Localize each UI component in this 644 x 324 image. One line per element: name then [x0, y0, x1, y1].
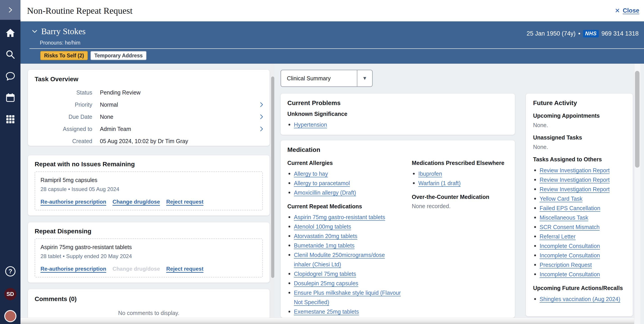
task-rows: Status Pending Review Priority Normal Du…	[35, 86, 263, 147]
allergy-link[interactable]: Allergy to hay	[294, 169, 328, 178]
repeat-no-issues-card: Repeat with no Issues Remaining Ramipril…	[28, 155, 270, 216]
future-activity-title: Future Activity	[533, 100, 626, 107]
help-button[interactable]: ?	[4, 266, 17, 278]
medication-link[interactable]: Exemestane 25mg tablets	[294, 307, 359, 316]
sidebar: ? SD	[0, 0, 20, 324]
medication-card: Medication Current Allergies Allergy to …	[280, 140, 515, 318]
chat-bubble-icon	[5, 71, 16, 82]
row-value: Pending Review	[100, 89, 141, 96]
list-item: Bumetanide 1mg tablets	[287, 241, 401, 250]
patient-dob: 25 Jan 1950 (74y)	[526, 30, 576, 37]
task-row-due-date[interactable]: Due Date None	[35, 111, 263, 123]
separator-dot: •	[578, 30, 580, 37]
list-item: SCR Consent Mismatch	[533, 222, 626, 232]
medication-title: Medication	[287, 146, 508, 154]
medication-link[interactable]: Aspirin 75mg gastro-resistant tablets	[294, 212, 385, 222]
allergies-list: Allergy to hayAllergy to paracetamolAmox…	[287, 169, 401, 197]
close-button[interactable]: ✕ Close	[615, 0, 639, 22]
allergy-link[interactable]: Amoxicillin allergy (Draft)	[294, 188, 356, 197]
task-link[interactable]: Review Investigation Report	[540, 166, 610, 175]
patient-name: Barry Stokes	[41, 26, 86, 36]
task-row-priority[interactable]: Priority Normal	[35, 98, 263, 111]
prescription-actions: Re-authorise prescription Change drug/do…	[40, 199, 257, 205]
task-link[interactable]: Incomplete Consultation	[540, 251, 600, 260]
search-icon	[5, 49, 16, 60]
task-overview-title: Task Overview	[35, 76, 263, 83]
risks-to-self-badge[interactable]: Risks To Self (2)	[40, 51, 88, 60]
summary-select-value: Clinical Summary	[281, 70, 357, 86]
patient-badges: Risks To Self (2) Temporary Address	[40, 51, 146, 60]
reauthorise-prescription-link[interactable]: Re-authorise prescription	[40, 266, 106, 272]
task-link[interactable]: Yellow Card Task	[540, 194, 582, 204]
task-link[interactable]: Failed EPS Cancellation	[540, 204, 600, 213]
list-item: Ibuprofen	[412, 169, 508, 178]
medication-link[interactable]: Ensure Plus milkshake style liquid (Flav…	[294, 288, 401, 307]
patient-banner-toggle[interactable]: Barry Stokes	[32, 26, 86, 36]
otc-empty-text: None recorded.	[412, 203, 508, 210]
allergy-link[interactable]: Allergy to paracetamol	[294, 178, 350, 188]
task-row-assigned-to[interactable]: Assigned to Admin Team	[35, 123, 263, 135]
medication-link[interactable]: Warfarin (1 draft)	[418, 178, 460, 188]
recall-link[interactable]: Shingles vaccination (Aug 2024)	[540, 294, 620, 304]
drug-name: Aspirin 75mg gastro-resistant tablets	[40, 244, 257, 250]
reject-request-link[interactable]: Reject request	[166, 266, 204, 272]
list-item: Atorvastatin 20mg tablets	[287, 231, 401, 241]
medication-link[interactable]: Atenolol 100mg tablets	[294, 222, 351, 231]
medication-link[interactable]: Clenil Modulite 250micrograms/dose inhal…	[294, 250, 401, 269]
row-label: Priority	[35, 102, 100, 108]
task-link[interactable]: Prescription Request	[540, 260, 592, 270]
medications-elsewhere-heading: Medications Prescribed Elsewhere	[412, 160, 508, 166]
tasks-assigned-list: Review Investigation ReportReview Invest…	[533, 166, 626, 279]
task-link[interactable]: Referral Letter	[540, 232, 576, 241]
list-item: Clenil Modulite 250micrograms/dose inhal…	[287, 250, 401, 269]
list-item: Review Investigation Report	[533, 166, 626, 175]
reject-request-link[interactable]: Reject request	[166, 199, 204, 205]
close-label: Close	[622, 7, 639, 14]
medication-left-column: Current Allergies Allergy to hayAllergy …	[287, 154, 401, 316]
list-item: Aspirin 75mg gastro-resistant tablets	[287, 212, 401, 222]
task-link[interactable]: Miscellaneous Task	[540, 213, 588, 222]
bottom-scroll-strip	[20, 318, 634, 324]
task-link[interactable]: Review Investigation Report	[540, 175, 610, 184]
task-link[interactable]: Review Investigation Report	[540, 184, 610, 194]
temporary-address-badge[interactable]: Temporary Address	[90, 51, 146, 60]
task-link[interactable]: SCR Consent Mismatch	[540, 222, 600, 232]
left-panel-scrollbar-thumb[interactable]	[271, 76, 274, 278]
medication-link[interactable]: Atorvastatin 20mg tablets	[294, 231, 357, 241]
page-title: Non-Routine Repeat Request	[27, 6, 132, 16]
change-drug-dose-link: Change drug/dose	[112, 266, 160, 272]
user-avatar[interactable]: SD	[4, 288, 16, 300]
medication-link[interactable]: Ibuprofen	[418, 169, 442, 178]
nav-calendar[interactable]	[0, 87, 20, 109]
prescription-actions: Re-authorise prescription Change drug/do…	[40, 266, 257, 272]
prescription-item: Ramipril 5mg capsules 28 capsule • Issue…	[35, 172, 263, 210]
patient-demographics: 25 Jan 1950 (74y) • NHS 969 314 1318	[526, 30, 638, 37]
future-activity-card: Future Activity Upcoming Appointments No…	[526, 94, 633, 316]
sidebar-expand-button[interactable]	[0, 0, 20, 20]
current-problems-title: Current Problems	[287, 100, 508, 107]
nav-search[interactable]	[0, 44, 20, 66]
grid-icon	[5, 114, 16, 125]
problems-list: Hypertension	[287, 120, 508, 130]
task-link[interactable]: Incomplete Consultation	[540, 241, 600, 251]
profile-photo-avatar[interactable]	[4, 310, 16, 322]
medication-link[interactable]: Clopidogrel 75mg tablets	[294, 269, 356, 278]
nav-home[interactable]	[0, 22, 20, 44]
task-link[interactable]: Incomplete Consultation	[540, 270, 600, 279]
reauthorise-prescription-link[interactable]: Re-authorise prescription	[40, 199, 106, 205]
medication-link[interactable]: Bumetanide 1mg tablets	[294, 241, 355, 250]
list-item: Warfarin (1 draft)	[412, 178, 508, 188]
page-scrollbar-thumb[interactable]	[635, 71, 640, 168]
list-item: Incomplete Consultation	[533, 251, 626, 260]
nav-apps[interactable]	[0, 109, 20, 130]
nav-messages[interactable]	[0, 66, 20, 87]
recalls-list: Shingles vaccination (Aug 2024)	[533, 294, 626, 304]
problem-link[interactable]: Hypertension	[294, 120, 327, 130]
drug-name: Ramipril 5mg capsules	[40, 177, 257, 184]
change-drug-dose-link[interactable]: Change drug/dose	[112, 199, 160, 205]
help-icon: ?	[4, 266, 16, 278]
medication-link[interactable]: Dosulepin 25mg capsules	[294, 278, 358, 288]
drug-detail: 28 capsule • Issued 05 Aug 2024	[40, 186, 257, 192]
summary-view-select[interactable]: Clinical Summary ▼	[280, 70, 373, 87]
repeat-dispensing-card: Repeat Dispensing Aspirin 75mg gastro-re…	[28, 222, 270, 282]
